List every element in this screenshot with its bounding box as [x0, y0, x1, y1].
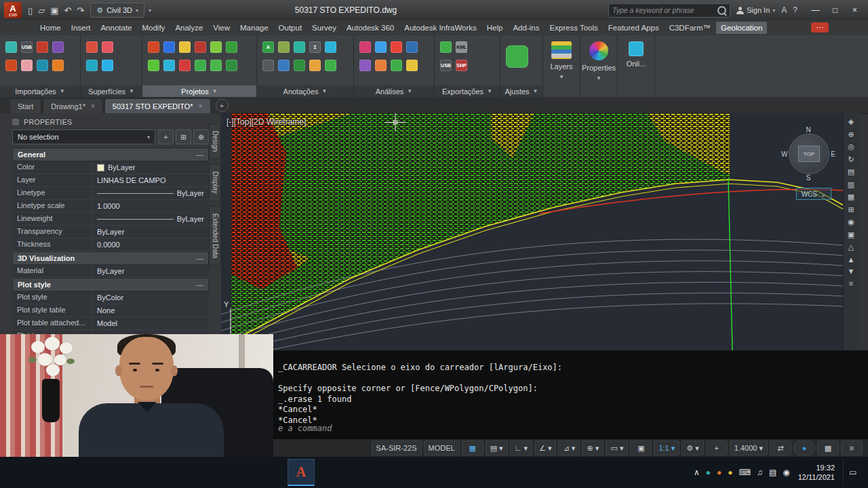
- taskbar-clock[interactable]: 19:32 12/11/2021: [798, 463, 835, 483]
- palette-side-tab[interactable]: Display: [209, 164, 221, 201]
- qat-customize-icon[interactable]: ▾: [149, 7, 151, 14]
- ribbon-tool-icon[interactable]: [226, 60, 237, 71]
- nav-icon[interactable]: ▥: [848, 180, 854, 189]
- ribbon-tool-icon[interactable]: [262, 60, 274, 71]
- ribbon-tool-icon[interactable]: [37, 60, 48, 71]
- tray-icon[interactable]: ∧: [694, 468, 700, 477]
- status-toggle[interactable]: ▤ ▾: [486, 441, 508, 455]
- viewcube-ring[interactable]: TOP: [789, 134, 829, 174]
- panel-title-analises[interactable]: Análises▼: [354, 85, 434, 97]
- viewcube[interactable]: N S W E TOP: [781, 125, 835, 182]
- panel-title-exportacoes[interactable]: Exportações▼: [435, 85, 500, 97]
- ribbon-tool-icon[interactable]: [226, 41, 237, 53]
- qat-icon[interactable]: ▣: [48, 5, 60, 16]
- ribbon-tool-icon[interactable]: [406, 41, 418, 53]
- palette-tool-icon[interactable]: ⊕: [193, 129, 209, 144]
- qat-icon[interactable]: ▱: [36, 5, 47, 16]
- palette-header[interactable]: PROPERTIES: [12, 115, 209, 129]
- ribbon-tool-icon[interactable]: [325, 60, 336, 71]
- ribbon-tool-icon[interactable]: [179, 41, 191, 53]
- collapse-icon[interactable]: —: [196, 281, 203, 289]
- property-row[interactable]: Plot style ByColor: [12, 291, 209, 304]
- nav-icon[interactable]: ▤: [848, 167, 854, 176]
- status-toggle[interactable]: ▭ ▾: [606, 441, 628, 455]
- section-header-3d-visualization[interactable]: 3D Visualization —: [12, 251, 209, 265]
- status-toggle[interactable]: MODEL: [424, 441, 460, 455]
- ribbon-tab[interactable]: Autodesk InfraWorks: [399, 22, 481, 34]
- taskbar-autocad-icon[interactable]: A: [288, 459, 315, 486]
- ribbon-tab[interactable]: Home: [35, 22, 66, 34]
- ribbon-tool-icon[interactable]: [37, 41, 48, 53]
- app-menu-button[interactable]: A C3D: [4, 2, 22, 18]
- ribbon-tool-icon[interactable]: KML: [456, 41, 467, 53]
- nav-icon[interactable]: ◎: [848, 142, 854, 151]
- wcs-selector[interactable]: WCS ⌄: [796, 188, 831, 200]
- nav-icon[interactable]: ⊕: [848, 130, 854, 139]
- tray-icon[interactable]: ♫: [757, 468, 763, 477]
- ribbon-tab[interactable]: Geolocation: [716, 22, 767, 34]
- panel-title-anotacoes[interactable]: Anotações▼: [257, 85, 353, 97]
- tray-icon[interactable]: ⌨: [739, 468, 751, 477]
- property-row[interactable]: Plot table attached... Model: [12, 317, 209, 330]
- nav-icon[interactable]: ▲: [848, 256, 855, 264]
- ribbon-tool-icon[interactable]: [278, 60, 290, 71]
- document-tab[interactable]: Start: [9, 98, 41, 113]
- ribbon-tool-icon[interactable]: [210, 41, 222, 53]
- close-button[interactable]: ×: [846, 3, 864, 17]
- ribbon-tool-icon[interactable]: [391, 60, 402, 71]
- status-toggle[interactable]: ▩: [817, 441, 839, 455]
- qat-icon[interactable]: ▯: [26, 5, 35, 16]
- ribbon-tool-icon[interactable]: [195, 41, 206, 53]
- ribbon-tab[interactable]: Express Tools: [545, 22, 602, 34]
- panel-title-ajustes[interactable]: Ajustes▼: [500, 85, 542, 97]
- ribbon-tool-icon[interactable]: [440, 41, 452, 53]
- command-input[interactable]: e a command: [278, 424, 332, 433]
- status-toggle[interactable]: ≡: [841, 441, 863, 455]
- section-header-general[interactable]: General —: [12, 148, 209, 161]
- ribbon-tab[interactable]: Featured Apps: [604, 22, 664, 34]
- property-row[interactable]: Linetype scale 1.0000: [12, 200, 209, 213]
- ribbon-tab[interactable]: Output: [274, 22, 307, 34]
- close-icon[interactable]: ×: [199, 102, 203, 110]
- sign-in-button[interactable]: Sign In ▾: [736, 6, 775, 14]
- workspace-selector[interactable]: ⚙ Civil 3D ▾: [90, 3, 144, 18]
- ribbon-tool-icon[interactable]: SHP: [456, 60, 467, 71]
- qat-icon[interactable]: ↶: [62, 5, 73, 16]
- tray-icon[interactable]: ●: [706, 468, 711, 477]
- nav-icon[interactable]: ◉: [848, 218, 854, 226]
- status-toggle[interactable]: ⇄: [770, 441, 791, 455]
- ribbon-tool-icon[interactable]: [278, 41, 290, 53]
- ribbon-tool-icon[interactable]: [406, 60, 418, 71]
- nav-icon[interactable]: ▼: [848, 267, 855, 275]
- search-icon[interactable]: [717, 6, 726, 15]
- ribbon-tool-icon[interactable]: [375, 41, 387, 53]
- status-toggle[interactable]: +: [706, 441, 728, 455]
- status-toggle[interactable]: 1.4000 ▾: [730, 441, 768, 455]
- nav-icon[interactable]: ↻: [848, 155, 854, 164]
- palette-side-tab[interactable]: Extended Data: [209, 206, 221, 266]
- ribbon-tab[interactable]: Manage: [235, 22, 273, 34]
- ribbon-tab[interactable]: C3DFarm™: [665, 22, 715, 34]
- viewport-controls[interactable]: [-][Top][2D Wireframe]: [226, 117, 306, 127]
- nav-icon[interactable]: ▣: [848, 230, 854, 239]
- qat-icon[interactable]: ↷: [75, 5, 86, 16]
- status-toggle[interactable]: ●: [793, 441, 815, 455]
- status-toggle[interactable]: ▣: [630, 441, 652, 455]
- property-row[interactable]: Transparency ByLayer: [12, 226, 209, 239]
- ribbon-tab[interactable]: Survey: [307, 22, 341, 34]
- ribbon-tool-icon[interactable]: [309, 60, 321, 71]
- palette-grip-icon[interactable]: [12, 119, 19, 125]
- ribbon-tool-icon[interactable]: [375, 60, 387, 71]
- property-row[interactable]: Thickness 0.0000: [12, 239, 209, 251]
- property-row[interactable]: Color ByLayer: [12, 161, 209, 174]
- ribbon-tool-icon[interactable]: [102, 60, 113, 71]
- property-row[interactable]: Plot style table None: [12, 304, 209, 317]
- close-icon[interactable]: ×: [91, 102, 95, 110]
- ribbon-tab[interactable]: Help: [482, 22, 508, 34]
- ribbon-tab[interactable]: Autodesk 360: [342, 22, 399, 34]
- ribbon-panel-online[interactable]: Onli...: [618, 35, 655, 97]
- status-toggle[interactable]: ⊿ ▾: [558, 441, 580, 455]
- tray-icon[interactable]: ◉: [783, 468, 789, 477]
- collapse-icon[interactable]: —: [196, 150, 203, 159]
- ribbon-tool-icon[interactable]: [179, 60, 191, 71]
